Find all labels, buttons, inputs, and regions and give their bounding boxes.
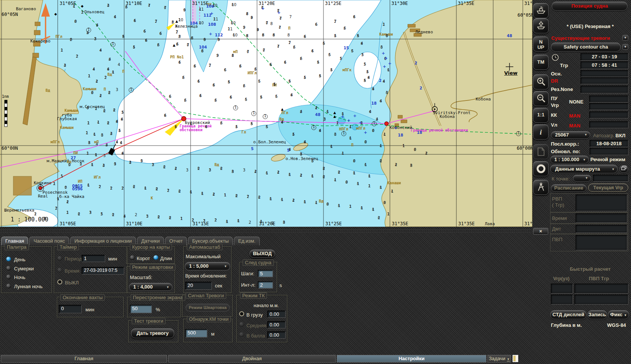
km-detect-group: Обнаруж.КМ точки 500 м: [183, 319, 233, 342]
erbl-button[interactable]: [533, 180, 549, 195]
chart-number-dropdown[interactable]: 25067▼: [551, 131, 590, 139]
north-up-button[interactable]: NUP: [533, 36, 549, 52]
reserve-source-value: [581, 86, 628, 93]
zoom-in-button[interactable]: [533, 74, 549, 89]
autoscale-update-input[interactable]: 20: [185, 282, 212, 290]
palette-day-radio[interactable]: [6, 257, 11, 262]
own-ship-button[interactable]: [533, 3, 549, 18]
rebuild-input[interactable]: 50: [130, 305, 152, 313]
tk-loaded-input[interactable]: 0.00: [267, 311, 286, 318]
exit-button[interactable]: ВЫХОД: [249, 249, 275, 258]
ring-icon: [536, 168, 546, 175]
pvp-row: ПВП: [550, 234, 628, 251]
chart-map[interactable]: 31°05Е31°10Е31°15Е31°20Е31°25Е31°30Е31°3…: [0, 0, 532, 227]
palette-moon-radio[interactable]: [6, 284, 11, 289]
timer-period-radio[interactable]: [57, 256, 62, 261]
autoscale-title: Автомасштаб: [187, 244, 222, 250]
std-display-button[interactable]: СТД дисплей: [550, 310, 587, 319]
autoload-label: Автозагр.: [593, 133, 615, 138]
route-data-dropdown[interactable]: Данные маршрута▼: [550, 165, 618, 173]
autoscale-update-label: Время обновления:: [185, 273, 227, 279]
cursor-long-label: Длин: [160, 256, 172, 261]
ship-up-arrow-icon: [536, 25, 546, 31]
cursor-long-radio[interactable]: [153, 255, 158, 260]
rvp-value: [576, 195, 627, 211]
panel-layout-icon[interactable]: [513, 355, 518, 362]
to-point-dropdown[interactable]: ▼: [573, 175, 591, 182]
taskbar-dual[interactable]: Двойная: [168, 355, 336, 362]
autoscale-dropdown[interactable]: 1 : 5,000▼: [185, 262, 230, 270]
quick-calc-cell[interactable]: [574, 284, 628, 293]
timer-period-label: Период: [65, 256, 82, 262]
current-vrp-button[interactable]: Текущая Vrp: [588, 184, 628, 192]
event-ring-button[interactable]: [533, 161, 549, 176]
km-detect-input[interactable]: 500: [185, 329, 207, 337]
quick-calc-cell[interactable]: [551, 284, 573, 293]
taskbar-settings[interactable]: Настройки: [337, 355, 486, 362]
palette-dusk-radio[interactable]: [6, 266, 11, 271]
raise-alarm-button[interactable]: Дать тревогу: [131, 328, 174, 338]
rebuild-group: Перестроение экрана 50 %: [127, 297, 181, 317]
tk-ballast-radio[interactable]: [239, 332, 244, 337]
track-steps-input[interactable]: 5: [258, 270, 273, 277]
vrp-value-box: [589, 103, 628, 110]
timer-off-radio[interactable]: [57, 279, 62, 284]
tk-loaded-radio[interactable]: [239, 311, 244, 316]
panel-grip[interactable]: [0, 231, 532, 232]
taskbar-tasks[interactable]: Задачи ▼: [487, 355, 511, 362]
one-to-one-label: 1:1: [533, 112, 548, 118]
route-window-button[interactable]: [619, 165, 628, 173]
info-button[interactable]: i: [533, 124, 549, 140]
alarms-dropdown-arrow[interactable]: ▼: [622, 35, 628, 41]
main-position-label: Осн.: [551, 71, 562, 77]
zoom-out-button[interactable]: [533, 91, 549, 106]
watch-end-input[interactable]: 0: [59, 305, 82, 313]
quick-calc-cell[interactable]: [574, 295, 628, 304]
date-display: 27 - 03 - 19: [581, 53, 628, 61]
panel-grip[interactable]: [0, 229, 532, 230]
tab-units[interactable]: Ед.изм.: [234, 237, 260, 245]
timer-period-input[interactable]: 1: [82, 255, 105, 262]
tk-medium-radio[interactable]: [239, 322, 244, 327]
alarm-test-group: Тест тревоги Дать тревогу: [128, 320, 178, 342]
window-restore-icon: [621, 166, 626, 171]
taskbar-main[interactable]: Главная: [1, 355, 167, 362]
eta-time-label: Время: [552, 215, 567, 221]
safety-dropdown-arrow[interactable]: ▼: [622, 44, 628, 50]
rebuild-title: Перестроение экрана: [131, 294, 185, 301]
mooring-mode-button[interactable]: Режим Швартовка: [186, 304, 230, 311]
km-detect-title: Обнаруж.КМ точки: [187, 316, 231, 322]
close-panel-button[interactable]: ×: [533, 228, 548, 235]
info-icon: i: [533, 128, 548, 136]
zoom-in-icon: [536, 82, 546, 88]
scale-one-to-one-button[interactable]: 1:1: [533, 108, 549, 123]
tab-license-info[interactable]: Информация о лицензии: [70, 237, 136, 245]
kk-label: КК: [551, 112, 557, 118]
fix-button[interactable]: Фикс ▼: [608, 310, 629, 319]
pvp-value: [576, 235, 627, 250]
track-interval-label: Инт-л:: [241, 282, 256, 288]
timer-time-input[interactable]: 27-03-2019 07:5: [82, 267, 124, 275]
palette-night-radio[interactable]: [6, 275, 11, 279]
vrp-knots-header: Vrp(уз): [553, 276, 569, 281]
quick-calc-cell[interactable]: [551, 295, 573, 304]
pu-label: ПУ: [551, 96, 557, 101]
chart-page-button[interactable]: [533, 144, 549, 159]
record-button[interactable]: Запись: [587, 310, 607, 319]
ship-position-button[interactable]: Позиция судна: [552, 2, 628, 11]
mooring-scale-dropdown[interactable]: 1 : 4,000▼: [129, 283, 172, 291]
tk-medium-input[interactable]: 0.00: [267, 321, 286, 328]
true-motion-button[interactable]: TM: [533, 55, 549, 70]
tk-ballast-input[interactable]: 0.00: [267, 331, 286, 339]
safety-contour-button[interactable]: Safety contour cha: [551, 42, 621, 52]
center-ship-button[interactable]: [533, 18, 549, 33]
cursor-short-label: Корот: [137, 256, 150, 261]
cursor-title: Курсор на карты: [130, 244, 172, 250]
timer-time-radio[interactable]: [57, 268, 62, 273]
close-icon: ×: [539, 228, 542, 234]
schedule-button[interactable]: Расписание: [551, 184, 587, 192]
track-interval-input[interactable]: 2: [258, 281, 273, 289]
cursor-short-radio[interactable]: [130, 255, 135, 260]
fix-label: Фикс: [610, 312, 623, 317]
scale-dropdown[interactable]: 1 : 100.000▼: [550, 155, 589, 163]
